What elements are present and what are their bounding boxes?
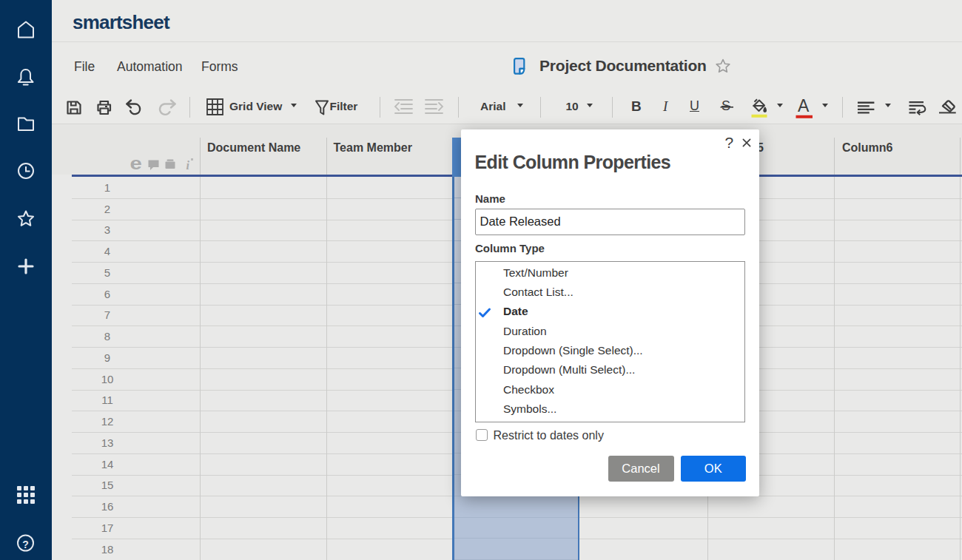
- svg-text:?: ?: [22, 539, 29, 550]
- svg-text:e: e: [130, 157, 142, 172]
- svg-text:i: i: [186, 159, 190, 172]
